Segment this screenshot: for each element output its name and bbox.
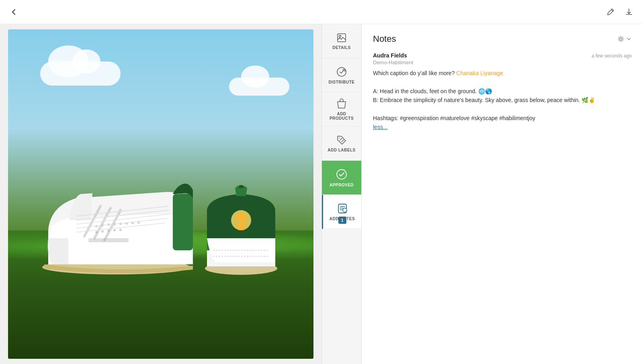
less-link[interactable]: less...: [373, 124, 388, 130]
add-labels-label: ADD LABELS: [328, 148, 355, 152]
notes-settings-button[interactable]: [617, 35, 632, 43]
note-hashtags: #greenspiration #naturelove #skyscape #h…: [400, 115, 535, 121]
back-button[interactable]: [8, 6, 19, 18]
note-time: a few seconds ago: [592, 53, 632, 59]
image-panel: [0, 24, 322, 364]
svg-point-13: [113, 229, 116, 231]
notes-title: Notes: [373, 34, 396, 44]
bag-icon: [336, 98, 347, 109]
note-body: Which caption do y'all like more? Chanak…: [373, 69, 632, 132]
svg-point-18: [236, 213, 246, 222]
note-option-b: B: Embrace the simplicity of nature's be…: [373, 97, 595, 103]
note-entry: Audra Fields a few seconds ago Demo-Habi…: [373, 52, 632, 132]
approved-label: APPROVED: [330, 183, 354, 187]
svg-point-21: [339, 35, 341, 37]
add-products-label: ADD PRODUCTS: [325, 112, 358, 121]
sidebar-item-details[interactable]: DETAILS: [322, 24, 361, 58]
note-meta: Audra Fields a few seconds ago: [373, 52, 632, 59]
notes-icon: [337, 203, 348, 214]
cloud-1: [40, 61, 121, 86]
image-container: [8, 29, 313, 359]
sidebar-item-add-notes[interactable]: ADD NOTES 1: [322, 195, 361, 229]
notes-header: Notes: [373, 34, 632, 44]
svg-rect-15: [88, 238, 129, 242]
note-mention[interactable]: Chanaka Liyanage: [456, 70, 503, 76]
tag-icon: [336, 135, 347, 145]
top-bar-left: [8, 6, 19, 18]
back-arrow-icon: [10, 8, 18, 16]
download-icon: [625, 8, 633, 16]
distribute-label: DISTRIBUTE: [329, 80, 355, 84]
svg-point-23: [337, 170, 346, 179]
cloud-2: [229, 78, 289, 96]
chevron-down-icon: [626, 36, 632, 42]
note-brand: Demo-Habiliment: [373, 59, 632, 65]
svg-point-26: [620, 38, 622, 40]
svg-rect-20: [338, 34, 346, 42]
sidebar: DETAILS DISTRIBUTE ADD PRO: [322, 24, 362, 364]
gear-icon: [617, 35, 625, 43]
sidebar-item-add-products[interactable]: ADD PRODUCTS: [322, 92, 361, 127]
edit-button[interactable]: [604, 6, 616, 18]
svg-point-11: [101, 230, 104, 233]
top-bar: [0, 0, 643, 24]
note-option-a: A: Head in the clouds, feet on the groun…: [373, 88, 492, 94]
details-label: DETAILS: [332, 45, 351, 50]
notes-panel: Notes Audra Fields a few seconds ago Dem…: [362, 24, 643, 364]
svg-rect-19: [238, 222, 244, 230]
download-button[interactable]: [623, 6, 635, 18]
top-bar-right: [604, 6, 635, 18]
note-hashtags-label: Hashtags:: [373, 115, 398, 121]
distribute-icon: [336, 66, 347, 78]
notes-badge: 1: [338, 217, 346, 224]
check-circle-icon: [336, 168, 348, 180]
sidebar-item-approved[interactable]: APPROVED: [322, 161, 361, 195]
image-icon: [336, 33, 347, 43]
sidebar-item-distribute[interactable]: DISTRIBUTE: [322, 58, 361, 92]
sneakers-svg: [36, 158, 285, 278]
note-author: Audra Fields: [373, 52, 407, 59]
svg-point-22: [337, 67, 346, 76]
svg-rect-1: [173, 194, 193, 250]
main-content: DETAILS DISTRIBUTE ADD PRO: [0, 24, 643, 364]
svg-point-14: [119, 229, 122, 231]
svg-point-25: [343, 208, 347, 212]
pencil-icon: [606, 8, 615, 16]
sidebar-item-add-labels[interactable]: ADD LABELS: [322, 127, 361, 161]
note-question: Which caption do y'all like more?: [373, 70, 455, 76]
sneaker-image: [8, 29, 313, 359]
